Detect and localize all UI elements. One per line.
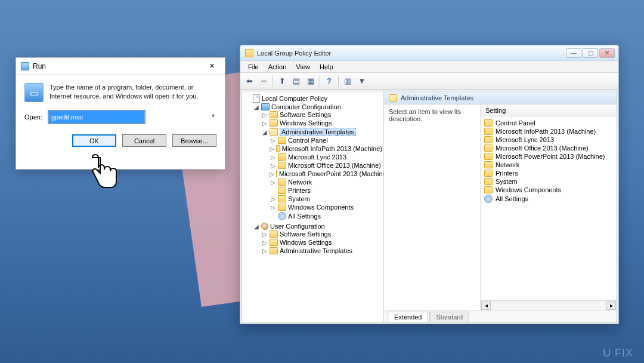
expand-icon[interactable]: ▷ [261, 120, 268, 127]
open-label: Open: [24, 113, 42, 121]
folder-open-icon [270, 128, 278, 136]
filter-button[interactable]: ▼ [355, 75, 369, 88]
tree-item[interactable]: Microsoft Lync 2013 [288, 153, 346, 161]
forward-button[interactable]: ➡ [257, 75, 270, 88]
tree-item[interactable]: Printers [288, 187, 311, 194]
tree-item[interactable]: Windows Settings [280, 239, 332, 246]
list-item: Network [482, 161, 615, 169]
close-button[interactable]: ✕ [599, 48, 615, 58]
tab-standard[interactable]: Standard [429, 312, 469, 322]
tree-item[interactable]: System [288, 195, 310, 202]
list-item: Printers [482, 169, 615, 177]
properties-button[interactable]: ▦ [304, 75, 317, 88]
folder-icon [278, 179, 286, 186]
list-item: Microsoft Lync 2013 [482, 136, 615, 144]
run-title: Run [33, 62, 46, 70]
horizontal-scrollbar[interactable]: ◂ ▸ [481, 300, 617, 310]
tree-item[interactable]: All Settings [288, 213, 321, 220]
folder-icon [484, 144, 493, 152]
folder-icon [484, 178, 493, 185]
folder-icon [270, 239, 278, 246]
folder-icon [270, 247, 278, 254]
up-button[interactable]: ⬆ [275, 75, 289, 88]
help-button[interactable]: ? [323, 75, 336, 88]
watermark: U FIX [603, 347, 633, 359]
tree-item[interactable]: Control Panel [288, 137, 328, 144]
folder-icon [278, 137, 286, 144]
detail-header: Administrative Templates [384, 91, 617, 104]
menu-view[interactable]: View [292, 62, 314, 72]
computer-icon [261, 103, 270, 110]
detail-heading: Administrative Templates [401, 94, 473, 101]
browse-button[interactable]: Browse... [172, 134, 216, 147]
folder-icon [484, 119, 493, 127]
tree-windows-settings[interactable]: Windows Settings [280, 119, 332, 127]
list-item: All Settings [482, 194, 615, 204]
settings-list[interactable]: Control Panel Microsoft InfoPath 2013 (M… [481, 116, 617, 300]
menu-file[interactable]: File [244, 62, 263, 72]
ok-button[interactable]: OK [72, 134, 116, 147]
folder-icon [270, 230, 278, 238]
tree-item[interactable]: Software Settings [280, 230, 331, 238]
open-input[interactable] [48, 110, 145, 124]
tree-computer-config[interactable]: Computer Configuration [271, 103, 341, 110]
list-item: System [482, 177, 615, 186]
user-icon [261, 223, 268, 230]
menu-action[interactable]: Action [264, 62, 291, 72]
tree-item[interactable]: Microsoft PowerPoint 2013 (Machine) [279, 170, 384, 177]
gpedit-window: Local Group Policy Editor — ▢ ✕ File Act… [240, 45, 619, 324]
detail-hint: Select an item to view its description. [389, 108, 461, 122]
expand-icon[interactable]: ◢ [253, 104, 259, 110]
tree-item[interactable]: Administrative Templates [280, 247, 352, 254]
list-item: Windows Components [482, 186, 615, 194]
tree-item[interactable]: Windows Components [288, 204, 354, 211]
folder-open-icon [389, 94, 397, 101]
run-titlebar[interactable]: Run ✕ [16, 58, 225, 75]
run-icon: ▭ [24, 83, 44, 102]
separator [338, 75, 339, 87]
expand-icon[interactable]: ◢ [261, 129, 268, 136]
tree-item[interactable]: Microsoft Office 2013 (Machine) [288, 162, 381, 169]
run-dialog: Run ✕ ▭ Type the name of a program, fold… [16, 57, 225, 170]
folder-icon [484, 136, 493, 143]
column-header-setting[interactable]: Setting [481, 104, 617, 116]
tree-software-settings[interactable]: Software Settings [280, 111, 331, 118]
minimize-button[interactable]: — [566, 48, 581, 58]
tree-pane[interactable]: Local Computer Policy ◢ Computer Configu… [242, 91, 384, 322]
folder-icon [276, 145, 280, 152]
detail-tabs: Extended Standard [384, 310, 617, 322]
gpedit-titlebar[interactable]: Local Group Policy Editor — ▢ ✕ [240, 45, 618, 61]
show-hide-tree-button[interactable]: ▤ [290, 75, 303, 88]
menu-bar: File Action View Help [240, 61, 618, 73]
folder-icon [484, 186, 493, 193]
tree-item[interactable]: Network [288, 179, 312, 186]
tab-extended[interactable]: Extended [388, 312, 428, 322]
policy-root-icon [253, 94, 260, 103]
list-item: Microsoft Office 2013 (Machine) [482, 144, 615, 152]
tree-item[interactable]: Microsoft InfoPath 2013 (Machine) [282, 145, 382, 152]
scroll-left-icon[interactable]: ◂ [481, 302, 491, 310]
tree-root[interactable]: Local Computer Policy [262, 95, 327, 102]
all-settings-icon [278, 212, 286, 220]
tree-admin-templates[interactable]: Administrative Templates [280, 128, 356, 136]
cancel-button[interactable]: Cancel [122, 134, 166, 147]
list-item: Microsoft PowerPoint 2013 (Machine) [482, 152, 615, 161]
run-description: Type the name of a program, folder, docu… [49, 83, 216, 101]
expand-icon[interactable]: ▷ [261, 112, 268, 118]
list-item: Control Panel [482, 119, 615, 127]
folder-icon [484, 153, 493, 160]
dropdown-icon[interactable]: ▾ [212, 112, 215, 119]
list-item: Microsoft InfoPath 2013 (Machine) [482, 127, 615, 136]
expand-icon[interactable]: ◢ [253, 223, 259, 230]
close-button[interactable]: ✕ [202, 60, 221, 72]
folder-icon [276, 170, 277, 177]
folder-icon [278, 153, 286, 161]
export-button[interactable]: ▥ [341, 75, 354, 88]
back-button[interactable]: ⬅ [243, 75, 256, 88]
scroll-right-icon[interactable]: ▸ [606, 302, 616, 310]
all-settings-icon [484, 195, 493, 203]
menu-help[interactable]: Help [315, 62, 338, 72]
folder-icon [278, 204, 286, 211]
maximize-button[interactable]: ▢ [583, 48, 598, 58]
tree-user-config[interactable]: User Configuration [270, 223, 325, 230]
